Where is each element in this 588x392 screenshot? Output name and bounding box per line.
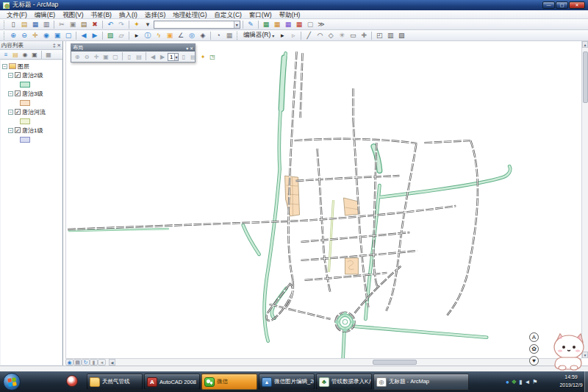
- layer-name[interactable]: 唐治1级: [22, 126, 43, 135]
- layout-pan-icon[interactable]: ✛: [92, 52, 101, 61]
- select-elements-icon[interactable]: ▸: [132, 31, 142, 40]
- rotate-tool-icon[interactable]: ◰: [374, 31, 384, 40]
- maximize-button[interactable]: ▢: [556, 1, 568, 9]
- layout-toolbar-titlebar[interactable]: 布局 ▾ ✕: [71, 44, 195, 51]
- clear-selection-icon[interactable]: ▱: [116, 31, 126, 40]
- tray-assistant-icon[interactable]: ❖: [512, 379, 517, 385]
- list-by-selection-icon[interactable]: ▣: [30, 51, 39, 59]
- time-slider-icon[interactable]: ◔: [213, 31, 223, 40]
- layout-toolbar-close-icon[interactable]: ▾ ✕: [186, 46, 193, 51]
- layout-fixed-zoom-out-icon[interactable]: ▢: [111, 52, 120, 61]
- delete-icon[interactable]: ✖: [90, 20, 100, 29]
- zoom-out-icon[interactable]: ⊖: [19, 31, 29, 40]
- horizontal-scroll-thumb[interactable]: [373, 360, 417, 365]
- taskbar-wechat[interactable]: 微信: [201, 374, 257, 390]
- window-titlebar[interactable]: 无标题 - ArcMap —▢✕: [0, 0, 588, 10]
- layout-fixed-zoom-in-icon[interactable]: ▣: [101, 52, 110, 61]
- pet-button-heart[interactable]: ♥: [529, 356, 539, 366]
- pan-icon[interactable]: ✛: [30, 31, 40, 40]
- taskbar-folder[interactable]: 天然气管线: [87, 374, 143, 390]
- collapse-icon[interactable]: −: [8, 110, 13, 115]
- sketch-properties-icon[interactable]: ▨: [396, 31, 406, 40]
- find-icon[interactable]: ◎: [187, 31, 197, 40]
- toc-root-row[interactable]: − 图层: [2, 62, 62, 71]
- pin-icon[interactable]: ‡: [53, 43, 56, 49]
- change-layout-icon[interactable]: ✦: [198, 52, 207, 61]
- paste-icon[interactable]: ▤: [79, 20, 89, 29]
- menu-文件[interactable]: 文件(F): [3, 10, 31, 19]
- list-by-drawing-order-icon[interactable]: ≡: [1, 51, 10, 59]
- menu-窗口[interactable]: 窗口(W): [245, 10, 276, 19]
- zoom-in-icon[interactable]: ⊕: [8, 31, 18, 40]
- layout-zoom-in-icon[interactable]: ⊕: [73, 52, 82, 61]
- xy-icon[interactable]: ◈: [198, 31, 208, 40]
- browser-icon[interactable]: [66, 375, 78, 387]
- layout-zoom-input[interactable]: [168, 54, 174, 60]
- minimize-button[interactable]: —: [542, 1, 555, 9]
- copy-icon[interactable]: ▣: [68, 20, 78, 29]
- start-button[interactable]: [3, 373, 21, 391]
- arc-tool-icon[interactable]: ◠: [315, 31, 325, 40]
- snap-icon[interactable]: ✳: [337, 31, 347, 40]
- open-icon[interactable]: ▤: [19, 20, 29, 29]
- menu-选择[interactable]: 选择(S): [141, 10, 169, 19]
- cut-icon[interactable]: ✂: [57, 20, 67, 29]
- hyperlink-icon[interactable]: ϟ: [154, 31, 164, 40]
- collapse-icon[interactable]: −: [8, 73, 13, 78]
- pet-button-a[interactable]: A: [529, 332, 539, 342]
- layer-row[interactable]: −✓唐治1级: [2, 126, 62, 135]
- vertex-tool-icon[interactable]: ◇: [326, 31, 336, 40]
- taskbar-clock[interactable]: 14:59 2019/12/9: [556, 373, 587, 389]
- collapse-icon[interactable]: −: [8, 91, 13, 96]
- new-icon[interactable]: ▯: [8, 20, 18, 29]
- layout-toolbar-window[interactable]: 布局 ▾ ✕ ⊕⊖✛▣▢▯▤◀▶ ▾ ▯▤✦◳: [71, 43, 196, 63]
- taskbar-arcmap[interactable]: ◎无标题 - ArcMap: [373, 374, 469, 390]
- pet-button-flower[interactable]: ✿: [529, 344, 539, 354]
- toggle-draft-icon[interactable]: ▯: [179, 52, 188, 61]
- pet-widget[interactable]: A✿♥: [528, 331, 587, 371]
- layer-visibility-checkbox[interactable]: ✓: [15, 109, 21, 115]
- close-panel-icon[interactable]: ✕: [57, 43, 61, 49]
- select-features-icon[interactable]: ▧: [105, 31, 115, 40]
- layout-forward-icon[interactable]: ▶: [158, 52, 167, 61]
- scroll-up-icon[interactable]: ▲: [582, 41, 588, 48]
- layer-name[interactable]: 唐治3级: [22, 90, 43, 98]
- map-canvas[interactable]: 布局 ▾ ✕ ⊕⊖✛▣▢▯▤◀▶ ▾ ▯▤✦◳: [65, 41, 581, 358]
- tray-volume-icon[interactable]: ◄: [524, 379, 530, 385]
- fixed-zoom-in-icon[interactable]: ▣: [52, 31, 62, 40]
- pause-drawing-button[interactable]: ▮: [90, 359, 98, 366]
- back-extent-icon[interactable]: ◀: [79, 31, 89, 40]
- toolbox-icon[interactable]: ▦: [294, 20, 304, 29]
- layer-symbol-swatch[interactable]: [20, 137, 30, 143]
- menu-自定义[interactable]: 自定义(C): [211, 10, 245, 19]
- menu-帮助[interactable]: 帮助(H): [276, 10, 304, 19]
- viewer-window-icon[interactable]: ▦: [224, 31, 234, 40]
- data-driven-pages-icon[interactable]: ◳: [208, 52, 217, 61]
- search-icon[interactable]: ▦: [283, 20, 293, 29]
- fixed-zoom-out-icon[interactable]: ▢: [63, 31, 74, 40]
- edit-sketch-icon[interactable]: ✎: [245, 20, 256, 29]
- taskbar-autocad[interactable]: AAutoCAD 2008: [144, 374, 200, 390]
- scale-dropdown-arrow-icon[interactable]: ▾: [234, 21, 240, 28]
- show-desktop-button[interactable]: [584, 371, 588, 392]
- html-popup-icon[interactable]: ▣: [165, 31, 175, 40]
- split-tool-icon[interactable]: ✚: [359, 31, 369, 40]
- map-scale-combo[interactable]: ▾: [154, 21, 240, 29]
- toolbar-grip[interactable]: [4, 21, 6, 29]
- layer-symbol-swatch[interactable]: [20, 82, 30, 88]
- toc-options-icon[interactable]: ▦: [44, 51, 53, 59]
- print-icon[interactable]: ▥: [41, 20, 51, 29]
- menu-地理处理[interactable]: 地理处理(G): [169, 10, 210, 19]
- toolbar-grip[interactable]: [4, 32, 6, 40]
- scroll-left-icon[interactable]: ◀: [109, 359, 115, 366]
- cat-sticker[interactable]: [540, 331, 586, 371]
- layer-visibility-checkbox[interactable]: ✓: [15, 90, 21, 96]
- layer-row[interactable]: −✓唐治2级: [2, 71, 62, 79]
- layer-row[interactable]: −✓唐治3级: [2, 89, 62, 98]
- layout-zoom-dropdown-icon[interactable]: ▾: [174, 54, 178, 60]
- data-view-button[interactable]: ◉: [65, 359, 74, 366]
- focus-dataframe-icon[interactable]: ▤: [189, 52, 198, 61]
- layer-name[interactable]: 唐治河流: [22, 108, 46, 116]
- python-icon[interactable]: ≫: [316, 20, 326, 29]
- collapse-icon[interactable]: −: [2, 64, 7, 69]
